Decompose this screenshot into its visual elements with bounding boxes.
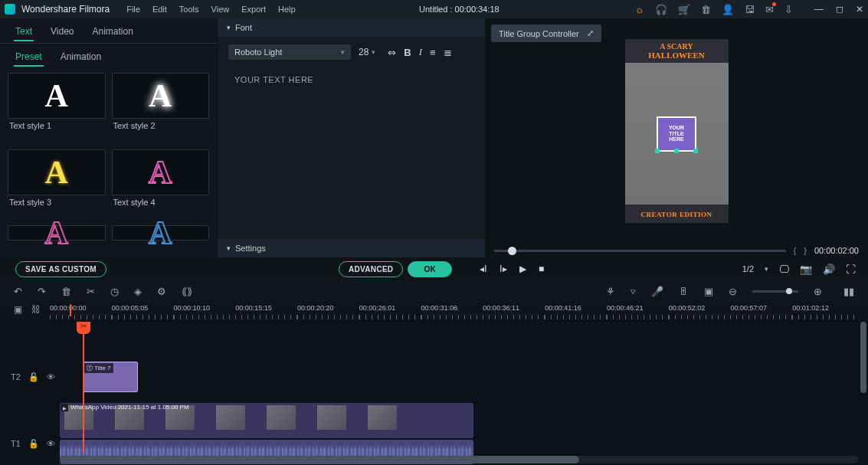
trash-icon[interactable]: 🗑 bbox=[701, 4, 711, 15]
tab-text[interactable]: Text bbox=[14, 23, 34, 41]
menu-help[interactable]: Help bbox=[275, 3, 299, 15]
zoom-slider[interactable] bbox=[752, 290, 798, 293]
text-input[interactable]: YOUR TEXT HERE bbox=[228, 69, 474, 90]
subtab-preset[interactable]: Preset bbox=[14, 48, 44, 67]
close-button[interactable]: ✕ bbox=[856, 4, 863, 15]
match-frame-icon[interactable]: ▣ bbox=[14, 304, 22, 315]
display-icon[interactable]: 🖵 bbox=[779, 264, 789, 275]
resize-handle-icon[interactable] bbox=[693, 149, 698, 153]
settings-section-header[interactable]: Settings bbox=[218, 239, 485, 257]
account-icon[interactable]: 👤 bbox=[722, 4, 734, 15]
style-item-6[interactable]: A bbox=[112, 225, 210, 254]
tab-animation[interactable]: Animation bbox=[91, 23, 135, 41]
eye-icon[interactable]: 👁 bbox=[47, 372, 55, 381]
stop-icon[interactable]: ■ bbox=[539, 264, 544, 274]
download-icon[interactable]: ⇩ bbox=[784, 4, 793, 15]
snapshot-icon[interactable]: 📷 bbox=[800, 264, 812, 275]
menu-edit[interactable]: Edit bbox=[149, 3, 170, 15]
resize-handle-icon[interactable] bbox=[655, 149, 660, 153]
preview-viewport[interactable]: A SCARY HALLOWEEN YOURTITLEHERE CREATOR … bbox=[485, 18, 868, 244]
app-logo-icon bbox=[5, 4, 15, 15]
timeline-v-scrollbar[interactable] bbox=[860, 322, 866, 451]
record-icon[interactable]: 🎤 bbox=[651, 286, 663, 297]
cart-icon[interactable]: 🛒 bbox=[678, 4, 690, 15]
save-as-custom-button[interactable]: SAVE AS CUSTOM bbox=[15, 261, 106, 277]
ok-button[interactable]: OK bbox=[408, 261, 452, 277]
align-justify-icon[interactable]: ≣ bbox=[444, 47, 452, 58]
track-body[interactable]: Ⓣ Title 7 bbox=[60, 357, 859, 397]
lock-icon[interactable]: 🔓 bbox=[28, 372, 39, 382]
panel-subtabs: Preset Animation bbox=[0, 44, 217, 70]
playhead-cut-icon[interactable] bbox=[77, 322, 90, 334]
style-label: Text style 2 bbox=[112, 119, 210, 133]
style-item-1[interactable]: A Text style 1 bbox=[8, 73, 106, 146]
tab-video[interactable]: Video bbox=[49, 23, 75, 41]
advanced-button[interactable]: ADVANCED bbox=[339, 261, 403, 277]
keyframe-icon[interactable]: ▣ bbox=[704, 286, 713, 297]
chevron-down-icon[interactable]: ▾ bbox=[765, 265, 768, 273]
timeline-h-scrollbar[interactable] bbox=[60, 456, 859, 463]
title-clip[interactable]: Ⓣ Title 7 bbox=[83, 362, 138, 392]
adjust-icon[interactable]: ⚙ bbox=[157, 286, 166, 297]
volume-icon[interactable]: 🔊 bbox=[823, 264, 835, 275]
undo-icon[interactable]: ↶ bbox=[14, 286, 22, 297]
mail-icon[interactable]: ✉ bbox=[765, 4, 774, 15]
audio-sync-icon[interactable]: ⟪⟫ bbox=[182, 286, 192, 297]
title-group-controller-button[interactable]: Title Group Controller ⤢ bbox=[491, 25, 601, 42]
style-item-4[interactable]: A Text style 4 bbox=[112, 149, 210, 223]
speed-icon[interactable]: ◷ bbox=[110, 286, 119, 297]
playhead[interactable] bbox=[83, 322, 84, 453]
font-section-header[interactable]: Font bbox=[218, 18, 485, 37]
zoom-out-icon[interactable]: ⊖ bbox=[729, 286, 737, 297]
in-marker[interactable] bbox=[70, 304, 71, 316]
page-indicator[interactable]: 1/2 bbox=[742, 264, 754, 273]
minimize-button[interactable]: — bbox=[814, 4, 824, 15]
expand-icon: ⤢ bbox=[587, 28, 594, 38]
scrub-thumb[interactable] bbox=[508, 247, 516, 255]
ruler-track[interactable]: 00:00:00:00 00:00:05:05 00:00:10:10 00:0… bbox=[50, 304, 854, 321]
timeline-area: T2 🔓 👁 Ⓣ Title 7 ▶ WhatsApp Video 2021-1… bbox=[0, 322, 868, 465]
menu-tools[interactable]: Tools bbox=[176, 3, 202, 15]
font-size-select[interactable]: 28 ▾ bbox=[359, 47, 375, 57]
menubar: Wondershare Filmora File Edit Tools View… bbox=[0, 0, 868, 18]
fullscreen-icon[interactable]: ⛶ bbox=[846, 264, 856, 275]
headset-icon[interactable]: 🎧 bbox=[655, 4, 667, 15]
delete-icon[interactable]: 🗑 bbox=[61, 286, 71, 297]
next-frame-icon[interactable]: Ⅰ▸ bbox=[500, 264, 507, 274]
style-item-2[interactable]: A Text style 2 bbox=[112, 73, 210, 146]
title-edit-box[interactable]: YOURTITLEHERE bbox=[657, 116, 696, 152]
play-icon[interactable]: ▶ bbox=[519, 264, 526, 274]
window-controls: — ◻ ✕ bbox=[814, 4, 863, 15]
zoom-in-icon[interactable]: ⊕ bbox=[814, 286, 822, 297]
align-left-icon[interactable]: ≡ bbox=[430, 47, 436, 58]
spacing-icon[interactable]: ⇔ bbox=[388, 47, 396, 58]
prev-frame-icon[interactable]: ◂Ⅰ bbox=[480, 264, 487, 274]
menu-file[interactable]: File bbox=[123, 3, 143, 15]
font-controls: Roboto Light▾ 28 ▾ ⇔ B I ≡ ≣ bbox=[218, 37, 485, 67]
marker-icon[interactable]: ▿ bbox=[631, 286, 636, 297]
bold-icon[interactable]: B bbox=[404, 47, 411, 58]
font-family-select[interactable]: Roboto Light▾ bbox=[228, 44, 351, 60]
mixer-icon[interactable]: 🎚 bbox=[679, 286, 689, 297]
cut-icon[interactable]: ✂ bbox=[87, 286, 95, 297]
clip-type-icon: ▶ bbox=[61, 404, 68, 411]
top-icons: ☼ 🎧 🛒 🗑 👤 🖫 ✉ ⇩ bbox=[635, 4, 793, 15]
menu-view[interactable]: View bbox=[208, 3, 233, 15]
resize-handle-icon[interactable] bbox=[674, 149, 679, 153]
render-icon[interactable]: ⚘ bbox=[606, 286, 615, 297]
style-item-5[interactable]: A bbox=[8, 225, 106, 254]
redo-icon[interactable]: ↷ bbox=[38, 286, 46, 297]
pause-bars-icon[interactable]: ▮▮ bbox=[843, 286, 854, 297]
link-icon[interactable]: ⛓ bbox=[31, 304, 41, 315]
save-icon[interactable]: 🖫 bbox=[745, 4, 755, 15]
style-item-3[interactable]: A Text style 3 bbox=[8, 149, 106, 223]
maximize-button[interactable]: ◻ bbox=[836, 4, 843, 15]
text-panel: Text Video Animation Preset Animation A … bbox=[0, 18, 218, 257]
font-editor-panel: Font Roboto Light▾ 28 ▾ ⇔ B I ≡ ≣ YOUR T… bbox=[218, 18, 485, 257]
crop-icon[interactable]: ◈ bbox=[134, 286, 142, 297]
scrub-track[interactable] bbox=[494, 250, 786, 252]
tips-icon[interactable]: ☼ bbox=[635, 4, 644, 15]
menu-export[interactable]: Export bbox=[238, 3, 269, 15]
italic-icon[interactable]: I bbox=[419, 46, 422, 58]
subtab-animation[interactable]: Animation bbox=[59, 48, 103, 67]
